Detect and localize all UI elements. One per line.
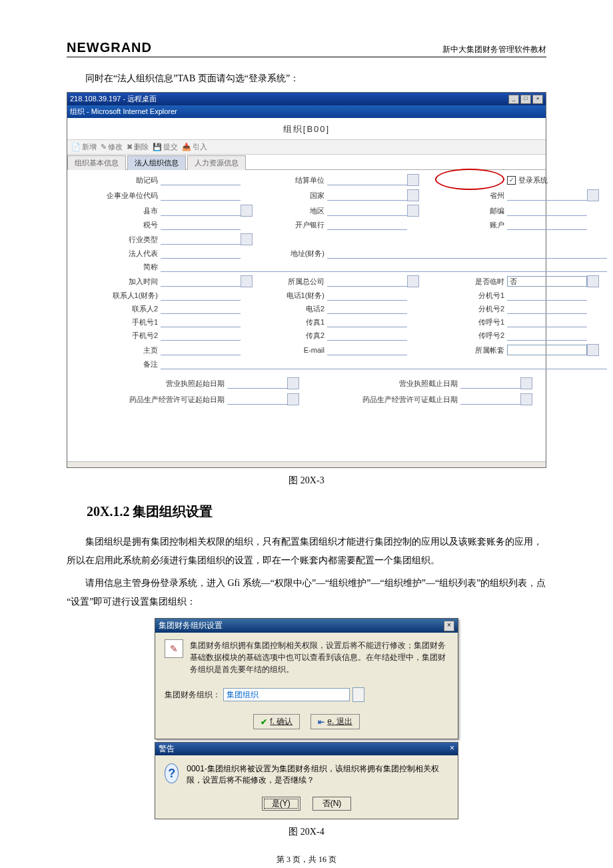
page-footer: 第 3 页，共 16 页 xyxy=(67,854,546,865)
lbl-dh2: 电话2 xyxy=(267,304,327,314)
calendar-icon[interactable] xyxy=(287,393,299,405)
body-para-2: 请用信息主管身份登录系统，进入 Gfi 系统—“权限中心”—“组织维护”—“组织… xyxy=(67,574,546,611)
btn-delete[interactable]: ✖删除 xyxy=(127,142,149,152)
lbl-bz: 备注 xyxy=(74,359,161,369)
picker-icon[interactable] xyxy=(241,233,253,245)
inp-jsdw[interactable] xyxy=(327,175,407,185)
lbl-qydw: 企事业单位代码 xyxy=(74,191,161,201)
lbl-sz: 省州 xyxy=(434,191,507,201)
lbl-sjh2: 手机号2 xyxy=(74,331,161,341)
page-heading: 组织[B00] xyxy=(67,118,546,139)
lbl-fj2: 分机号2 xyxy=(434,304,507,314)
lbl-cz1: 传真1 xyxy=(267,317,327,327)
btn-import[interactable]: 📥引入 xyxy=(182,142,207,152)
lbl-xs: 县市 xyxy=(74,206,161,216)
lbl-zh: 账户 xyxy=(434,220,507,230)
lbl-dq: 地区 xyxy=(267,206,327,216)
dialog-warning: 警告 × ? 0001-集团组织将被设置为集团财务组织，该组织将拥有集团控制相关… xyxy=(155,742,458,819)
close-icon[interactable]: × xyxy=(532,95,543,104)
dialog-title: 集团财务组织设置 xyxy=(159,620,223,631)
lbl-dzcw: 地址(财务) xyxy=(267,249,327,259)
toolbar: 📄新增 ✎修改 ✖删除 💾提交 📥引入 xyxy=(67,139,546,155)
picker-icon[interactable] xyxy=(241,205,253,217)
picker-icon[interactable] xyxy=(407,205,419,217)
lbl-jsdw: 结算单位 xyxy=(267,175,327,185)
tab-legal-info[interactable]: 法人组织信息 xyxy=(127,155,186,170)
lbl-ypxkqs: 药品生产经营许可证起始日期 xyxy=(74,395,227,405)
body-para-1: 集团组织是拥有集团控制相关权限的组织，只有配置集团组织才能进行集团控制的应用以及… xyxy=(67,533,546,570)
lbl-sszgs: 所属总公司 xyxy=(267,277,327,287)
tabs: 组织基本信息 法人组织信息 人力资源信息 xyxy=(67,155,546,170)
btn-new[interactable]: 📄新增 xyxy=(71,142,97,152)
picker-icon[interactable] xyxy=(407,189,419,201)
confirm-button[interactable]: ✔f. 确认 xyxy=(253,714,300,729)
yes-button[interactable]: 是(Y) xyxy=(262,797,301,811)
lbl-cz2: 传真2 xyxy=(267,331,327,341)
lbl-hylx: 行业类型 xyxy=(74,235,161,245)
section-heading: 20X.1.2 集团组织设置 xyxy=(67,503,546,521)
lbl-chh1: 传呼号1 xyxy=(434,317,507,327)
btn-submit[interactable]: 💾提交 xyxy=(153,142,178,152)
calendar-icon[interactable] xyxy=(520,393,532,405)
lbl-jrsj: 加入时间 xyxy=(74,277,161,287)
lbl-yyzzjz: 营业执照截止日期 xyxy=(307,379,460,389)
btn-edit[interactable]: ✎修改 xyxy=(101,142,123,152)
calendar-icon[interactable] xyxy=(520,377,532,389)
rdp-title-text: 218.108.39.197 - 远程桌面 xyxy=(70,94,157,104)
calendar-icon[interactable] xyxy=(287,377,299,389)
sel-sfls[interactable]: 否 xyxy=(507,276,587,287)
close-icon[interactable]: × xyxy=(444,621,454,631)
lbl-dlxt: 登录系统 xyxy=(518,175,548,185)
chevron-down-icon[interactable] xyxy=(587,275,599,287)
chevron-down-icon[interactable] xyxy=(352,687,364,702)
lbl-lxr2: 联系人2 xyxy=(74,304,161,314)
dialog-message: 集团财务组织拥有集团控制相关权限，设置后将不能进行修改；集团财务基础数据模块的基… xyxy=(190,639,448,675)
minimize-icon[interactable]: _ xyxy=(508,95,519,104)
group-org-select[interactable] xyxy=(223,688,350,701)
maximize-icon[interactable]: □ xyxy=(520,95,531,104)
question-icon: ? xyxy=(165,763,179,783)
intro-paragraph: 同时在“法人组织信息”TAB 页面请勾选“登录系统”： xyxy=(67,69,546,88)
lbl-zjm: 助记码 xyxy=(74,175,161,185)
no-button[interactable]: 否(N) xyxy=(312,797,352,811)
screenshot-org-form: 218.108.39.197 - 远程桌面 _ □ × 组织 - Microso… xyxy=(67,92,546,468)
lbl-zy: 主页 xyxy=(74,345,161,355)
chk-login-system[interactable]: ✓ xyxy=(507,176,516,185)
lbl-gj: 国家 xyxy=(267,191,327,201)
lbl-frdb: 法人代表 xyxy=(74,249,161,259)
lbl-fj1: 分机号1 xyxy=(434,291,507,301)
tab-basic-info[interactable]: 组织基本信息 xyxy=(67,155,126,170)
pencil-icon: ✎ xyxy=(165,639,183,658)
lbl-chh2: 传呼号2 xyxy=(434,331,507,341)
lbl-sjh1: 手机号1 xyxy=(74,317,161,327)
ie-titlebar: 组织 - Microsoft Internet Explorer xyxy=(67,105,546,118)
close-icon[interactable]: × xyxy=(450,743,454,755)
figure-caption-1: 图 20X-3 xyxy=(67,475,546,487)
lbl-dh1: 电话1(财务) xyxy=(267,291,327,301)
chevron-down-icon[interactable] xyxy=(587,344,599,356)
select-label: 集团财务组织： xyxy=(165,689,221,701)
warning-title: 警告 xyxy=(159,743,175,755)
ie-title-text: 组织 - Microsoft Internet Explorer xyxy=(70,107,177,117)
doc-title: 新中大集团财务管理软件教材 xyxy=(442,44,546,55)
horizontal-scrollbar[interactable] xyxy=(67,461,546,467)
rdp-titlebar: 218.108.39.197 - 远程桌面 _ □ × xyxy=(67,93,546,105)
picker-icon[interactable] xyxy=(407,275,419,287)
lbl-sszt: 所属帐套 xyxy=(434,345,507,355)
exit-button[interactable]: ⇤e. 退出 xyxy=(310,714,359,729)
tab-hr-info[interactable]: 人力资源信息 xyxy=(187,155,246,170)
lbl-email: E-mail xyxy=(267,346,327,354)
warning-message: 0001-集团组织将被设置为集团财务组织，该组织将拥有集团控制相关权限，设置后将… xyxy=(187,763,448,786)
lbl-khyh: 开户银行 xyxy=(267,220,327,230)
lbl-ypxkjz: 药品生产经营许可证截止日期 xyxy=(307,395,460,405)
figure-caption-2: 图 20X-4 xyxy=(67,826,546,838)
picker-icon[interactable] xyxy=(407,174,419,186)
picker-icon[interactable] xyxy=(587,189,599,201)
calendar-icon[interactable] xyxy=(241,275,253,287)
lbl-jc: 简称 xyxy=(74,262,161,272)
lbl-yb: 邮编 xyxy=(434,206,507,216)
lbl-lxr1: 联系人1(财务) xyxy=(74,291,161,301)
lbl-sfls: 是否临时 xyxy=(434,277,507,287)
inp-zjm[interactable] xyxy=(161,175,241,185)
dialog-group-finance: 集团财务组织设置 × ✎ 集团财务组织拥有集团控制相关权限，设置后将不能进行修改… xyxy=(155,618,458,739)
